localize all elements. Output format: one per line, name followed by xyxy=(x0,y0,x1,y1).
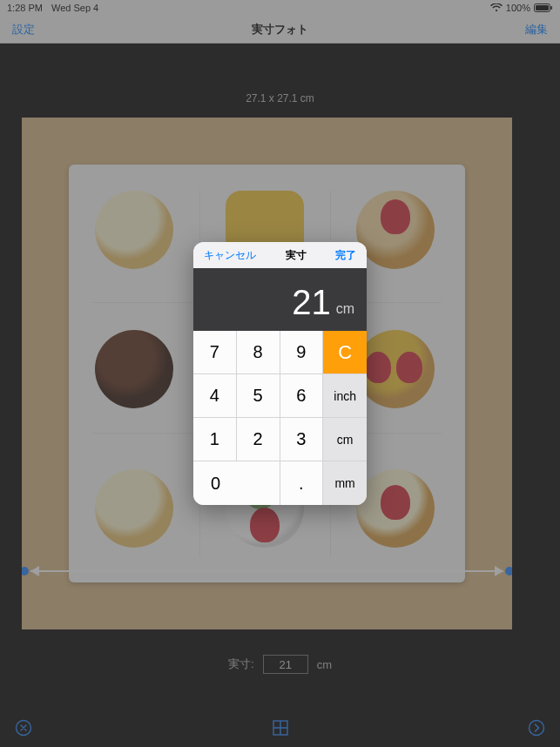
popover-header: キャンセル 実寸 完了 xyxy=(193,242,367,268)
keypad-unit: cm xyxy=(336,301,354,322)
status-date: Wed Sep 4 xyxy=(51,3,98,13)
size-unit-label: cm xyxy=(317,658,332,671)
page-title: 実寸フォト xyxy=(0,22,560,37)
key-7[interactable]: 7 xyxy=(193,331,237,374)
key-clear[interactable]: C xyxy=(323,331,367,374)
key-mm[interactable]: mm xyxy=(323,461,367,505)
done-button[interactable]: 完了 xyxy=(335,248,356,263)
size-label: 実寸: xyxy=(228,656,254,672)
keypad-value: 21 xyxy=(292,283,331,322)
wifi-icon xyxy=(490,3,503,12)
popover-title: 実寸 xyxy=(286,248,307,263)
edit-button[interactable]: 編集 xyxy=(525,22,548,37)
ruler-handle-right[interactable] xyxy=(505,567,512,575)
key-0[interactable]: 0 xyxy=(193,461,280,505)
key-6[interactable]: 6 xyxy=(280,374,324,418)
size-keypad-popover: キャンセル 実寸 完了 21 cm 7 8 9 C 4 5 6 inch 1 2… xyxy=(193,242,367,505)
cancel-button[interactable]: キャンセル xyxy=(204,248,256,263)
key-3[interactable]: 3 xyxy=(280,418,324,461)
keypad: 7 8 9 C 4 5 6 inch 1 2 3 cm 0 . mm xyxy=(193,331,367,505)
status-time: 1:28 PM xyxy=(7,3,43,13)
key-1[interactable]: 1 xyxy=(193,418,237,461)
nav-bar: 設定 実寸フォト 編集 xyxy=(0,16,560,44)
settings-button[interactable]: 設定 xyxy=(12,22,35,37)
key-4[interactable]: 4 xyxy=(193,374,237,418)
size-input-row: 実寸: cm xyxy=(0,655,560,674)
measurement-ruler[interactable] xyxy=(30,570,503,572)
svg-rect-2 xyxy=(551,6,553,10)
status-battery-pct: 100% xyxy=(506,3,530,13)
key-inch[interactable]: inch xyxy=(323,374,367,418)
status-bar: 1:28 PM Wed Sep 4 100% xyxy=(0,0,560,16)
key-cm[interactable]: cm xyxy=(323,418,367,461)
ruler-arrow-right-icon xyxy=(495,566,503,576)
key-dot[interactable]: . xyxy=(280,461,324,505)
close-button[interactable] xyxy=(14,718,33,737)
key-8[interactable]: 8 xyxy=(237,331,280,374)
grid-button[interactable] xyxy=(271,718,290,737)
key-5[interactable]: 5 xyxy=(237,374,280,418)
next-button[interactable] xyxy=(527,718,546,737)
size-input[interactable] xyxy=(263,655,308,674)
dimensions-label: 27.1 x 27.1 cm xyxy=(0,92,560,104)
bottom-toolbar xyxy=(0,709,560,747)
svg-point-5 xyxy=(530,721,544,736)
battery-icon xyxy=(534,3,553,12)
ruler-arrow-left-icon xyxy=(30,566,39,576)
svg-rect-1 xyxy=(536,5,549,10)
key-2[interactable]: 2 xyxy=(237,418,280,461)
keypad-display: 21 cm xyxy=(193,268,367,331)
key-9[interactable]: 9 xyxy=(280,331,324,374)
ruler-handle-left[interactable] xyxy=(22,567,29,575)
